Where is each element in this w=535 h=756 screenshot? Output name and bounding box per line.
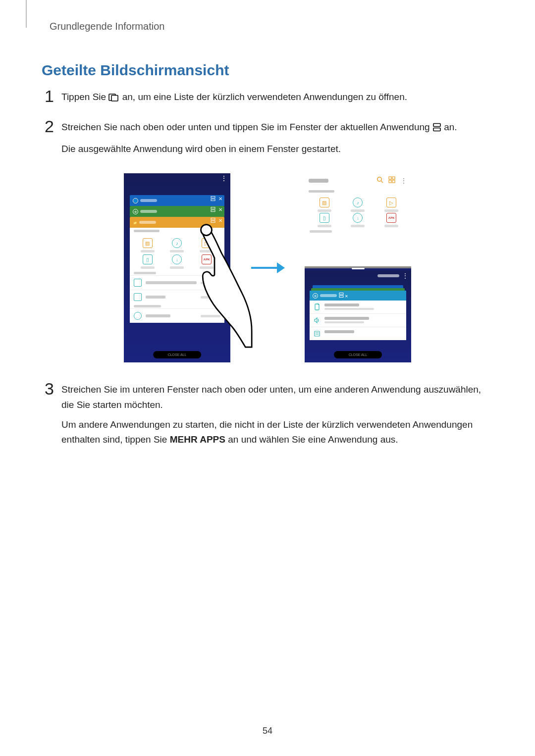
svg-rect-19 (339, 293, 343, 295)
image-icon: ▨ (320, 198, 329, 207)
svg-rect-16 (392, 177, 395, 179)
storage-row-cloud (130, 308, 224, 323)
arrow-right-icon (250, 260, 285, 275)
step-2-text-b: an. (444, 122, 457, 132)
settings-row-sounds (310, 314, 406, 327)
figure-split-screen: ⋮ 🌐 ✕ ⚙ (45, 173, 490, 362)
sound-icon (314, 317, 321, 324)
page-number: 54 (263, 726, 272, 736)
overflow-icon: ⋮ (402, 272, 408, 279)
close-icon: ✕ (345, 294, 348, 299)
apk-icon: APK (202, 254, 212, 264)
step-1-number: 1 (45, 88, 61, 104)
step-3-number: 3 (45, 380, 61, 397)
step-1: 1 Tippen Sie an, um eine Liste der kürzl… (45, 90, 490, 111)
document-file-icon: ▯ (143, 254, 153, 264)
svg-rect-2 (433, 124, 440, 127)
svg-rect-3 (433, 128, 440, 131)
step-2-text-a: Streichen Sie nach oben oder unten und t… (61, 122, 432, 132)
section-title-split-view: Geteilte Bildschirmansicht (42, 62, 490, 79)
gear-icon: ⚙ (313, 293, 318, 299)
search-icon (376, 176, 383, 185)
svg-line-14 (381, 181, 383, 183)
recent-app-myfiles: 📁 ✕ (130, 217, 224, 228)
gear-icon: ⚙ (133, 209, 138, 214)
image-icon: ▨ (143, 238, 153, 248)
split-divider-handle (352, 268, 365, 269)
svg-rect-6 (211, 207, 215, 209)
svg-point-13 (377, 177, 381, 181)
video-icon: ▷ (386, 198, 396, 207)
close-icon: ✕ (218, 218, 222, 224)
apk-icon: APK (386, 213, 396, 223)
svg-rect-4 (211, 197, 215, 199)
split-view-icon (211, 196, 215, 202)
step-2-text-c: Die ausgewählte Anwendung wird oben in e… (61, 142, 490, 156)
download-icon: ↓ (172, 254, 182, 264)
notifications-icon (314, 330, 321, 337)
step-3: 3 Streichen Sie im unteren Fenster nach … (45, 382, 490, 453)
settings-row-notifications (310, 327, 406, 340)
split-view-icon (432, 121, 441, 136)
storage-row-internal (130, 275, 224, 290)
step-3-text-b-post: an und wählen Sie eine Anwendung aus. (228, 434, 398, 445)
video-icon: ▷ (202, 238, 212, 248)
svg-rect-1 (111, 96, 118, 101)
phone-left-recents: ⋮ 🌐 ✕ ⚙ (124, 173, 230, 362)
step-3-text-a: Streichen Sie im unteren Fenster nach ob… (61, 382, 490, 412)
svg-rect-15 (389, 177, 391, 179)
svg-marker-12 (277, 262, 285, 273)
document-file-icon: ▯ (320, 213, 329, 223)
svg-rect-9 (211, 221, 215, 223)
storage-row-sd (130, 290, 224, 304)
settings-row-connections (310, 301, 406, 314)
recent-app-settings: ⚙ ✕ (130, 206, 224, 217)
close-all-button: CLOSE ALL (334, 351, 382, 358)
recent-app-settings-header: ⚙ ✕ (310, 291, 406, 301)
globe-icon: 🌐 (133, 198, 138, 203)
svg-rect-8 (211, 218, 215, 220)
music-icon: ♪ (353, 198, 363, 207)
svg-rect-18 (392, 180, 395, 183)
step-3-more-apps-bold: MEHR APPS (170, 434, 225, 445)
step-2: 2 Streichen Sie nach oben oder unten und… (45, 120, 490, 161)
svg-rect-20 (339, 296, 343, 298)
step-1-text-a: Tippen Sie (61, 92, 108, 102)
split-view-icon (339, 294, 345, 299)
step-1-text-b: an, um eine Liste der kürzlich verwendet… (122, 92, 407, 102)
svg-rect-7 (211, 210, 215, 212)
recents-icon (108, 91, 119, 106)
breadcrumb: Grundlegende Information (50, 21, 490, 32)
svg-rect-17 (389, 180, 391, 183)
connections-icon (314, 303, 321, 310)
overflow-icon: ⋮ (400, 177, 407, 185)
svg-rect-21 (315, 304, 319, 310)
step-2-number: 2 (45, 118, 61, 135)
grid-icon (388, 176, 395, 185)
split-view-icon (211, 207, 215, 213)
close-all-button: CLOSE ALL (153, 351, 202, 358)
overflow-icon: ⋮ (220, 174, 227, 182)
more-apps-label (377, 274, 399, 277)
svg-rect-22 (315, 331, 320, 336)
svg-rect-5 (211, 199, 215, 201)
music-icon: ♪ (172, 238, 182, 248)
close-icon: ✕ (218, 196, 222, 202)
phone-right-split: ⋮ ▨ ♪ ▷ ▯ ↓ APK (305, 173, 411, 362)
myfiles-title (309, 179, 328, 183)
recent-app-internet: 🌐 ✕ (130, 195, 224, 206)
download-icon: ↓ (353, 213, 363, 223)
folder-icon: 📁 (133, 220, 137, 225)
close-icon: ✕ (218, 207, 222, 213)
split-view-icon (211, 218, 215, 224)
